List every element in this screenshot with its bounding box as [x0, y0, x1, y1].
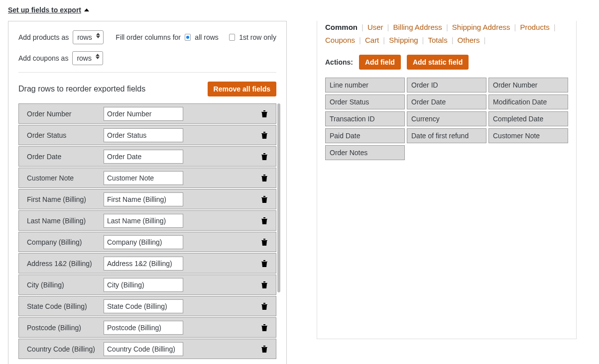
available-field[interactable]: Modification Date	[488, 94, 568, 109]
available-field[interactable]: Currency	[407, 111, 486, 126]
coupons-select[interactable]: rows	[72, 51, 103, 65]
tab-separator: |	[422, 34, 424, 47]
delete-icon[interactable]	[261, 238, 268, 246]
available-field[interactable]: Date of first refund	[407, 128, 486, 143]
field-row[interactable]: Order StatusOrder Status	[18, 125, 276, 145]
tab-separator: |	[484, 34, 486, 47]
tab-coupons[interactable]: Coupons	[325, 34, 355, 47]
tab-separator: |	[383, 34, 385, 47]
delete-icon[interactable]	[261, 195, 268, 203]
tab-user[interactable]: User	[367, 21, 383, 34]
available-fields-grid: Line numberOrder IDOrder NumberOrder Sta…	[325, 78, 568, 160]
available-field[interactable]: Order ID	[407, 78, 486, 92]
add-static-field-button[interactable]: Add static field	[407, 55, 469, 70]
add-field-button[interactable]: Add field	[359, 55, 401, 70]
available-field[interactable]: Order Date	[407, 94, 486, 109]
field-label: Order Date	[19, 153, 104, 161]
field-row[interactable]: City (Billing)City (Billing)	[18, 274, 276, 295]
tab-products[interactable]: Products	[520, 21, 549, 34]
radio-all-rows-label: all rows	[195, 33, 218, 41]
add-products-label: Add products as	[18, 33, 69, 41]
field-label: First Name (Billing)	[19, 195, 104, 203]
radio-first-row[interactable]	[229, 34, 235, 41]
available-field[interactable]: Customer Note	[488, 128, 568, 143]
available-field[interactable]: Order Notes	[325, 145, 405, 160]
tab-separator: |	[452, 34, 454, 47]
radio-all-rows[interactable]	[185, 34, 191, 41]
delete-icon[interactable]	[261, 217, 268, 225]
field-list: Order NumberOrder NumberOrder StatusOrde…	[18, 103, 276, 359]
field-value-input[interactable]: Last Name (Billing)	[104, 214, 183, 228]
tab-shipping[interactable]: Shipping	[389, 34, 418, 47]
delete-icon[interactable]	[261, 174, 268, 182]
field-value-input[interactable]: Customer Note	[104, 171, 183, 185]
tab-shipping-address[interactable]: Shipping Address	[452, 21, 510, 34]
field-label: Company (Billing)	[19, 238, 104, 246]
tab-others[interactable]: Others	[458, 34, 480, 47]
field-value-input[interactable]: State Code (Billing)	[104, 299, 183, 313]
delete-icon[interactable]	[261, 281, 268, 289]
field-row[interactable]: Country Code (Billing)Country Code (Bill…	[18, 339, 276, 359]
delete-icon[interactable]	[261, 110, 268, 118]
field-row[interactable]: Postcode (Billing)Postcode (Billing)	[18, 317, 276, 338]
field-row[interactable]: First Name (Billing)First Name (Billing)	[18, 189, 276, 209]
available-field[interactable]: Order Number	[488, 78, 568, 92]
field-label: Order Number	[19, 110, 104, 118]
field-label: Postcode (Billing)	[19, 324, 104, 332]
available-field[interactable]: Paid Date	[325, 128, 405, 143]
tab-separator: |	[446, 21, 448, 34]
available-field[interactable]: Order Status	[325, 94, 405, 109]
tab-totals[interactable]: Totals	[428, 34, 448, 47]
add-coupons-label: Add coupons as	[18, 54, 68, 62]
radio-first-row-label: 1st row only	[239, 33, 276, 41]
tab-separator: |	[361, 21, 363, 34]
field-label: Order Status	[19, 131, 104, 139]
delete-icon[interactable]	[261, 260, 268, 268]
field-value-input[interactable]: Order Date	[104, 150, 183, 164]
available-field[interactable]: Completed Date	[488, 111, 568, 126]
field-value-input[interactable]: Postcode (Billing)	[104, 321, 183, 335]
field-value-input[interactable]: Company (Billing)	[104, 235, 183, 249]
field-label: Country Code (Billing)	[19, 345, 104, 353]
actions-label: Actions:	[325, 58, 353, 66]
field-row[interactable]: Order NumberOrder Number	[18, 103, 276, 124]
delete-icon[interactable]	[261, 345, 268, 353]
collapse-icon	[84, 8, 89, 11]
field-value-input[interactable]: Order Status	[104, 128, 183, 142]
field-value-input[interactable]: City (Billing)	[104, 278, 183, 292]
field-row[interactable]: Company (Billing)Company (Billing)	[18, 232, 276, 252]
field-value-input[interactable]: Address 1&2 (Billing)	[104, 257, 183, 271]
tab-separator: |	[554, 21, 556, 34]
delete-icon[interactable]	[261, 302, 268, 310]
products-select[interactable]: rows	[73, 30, 104, 44]
section-toggle[interactable]: Set up fields to export	[8, 6, 89, 14]
delete-icon[interactable]	[261, 153, 268, 161]
tab-billing-address[interactable]: Billing Address	[393, 21, 442, 34]
field-label: Customer Note	[19, 174, 104, 182]
available-field[interactable]: Line number	[325, 78, 405, 92]
delete-icon[interactable]	[261, 324, 268, 332]
export-fields-panel: Add products as rows Fill order columns …	[8, 21, 287, 364]
tab-separator: |	[387, 21, 389, 34]
delete-icon[interactable]	[261, 131, 268, 139]
tab-common[interactable]: Common	[325, 21, 358, 34]
select-arrows-icon	[96, 54, 100, 59]
remove-all-button[interactable]: Remove all fields	[208, 82, 276, 96]
tab-separator: |	[514, 21, 516, 34]
field-tabs: Common|User|Billing Address|Shipping Add…	[325, 21, 568, 47]
available-field[interactable]: Transaction ID	[325, 111, 405, 126]
field-row[interactable]: Customer NoteCustomer Note	[18, 168, 276, 188]
field-row[interactable]: Order DateOrder Date	[18, 146, 276, 167]
field-row[interactable]: State Code (Billing)State Code (Billing)	[18, 296, 276, 316]
field-value-input[interactable]: Country Code (Billing)	[104, 342, 183, 356]
tab-separator: |	[359, 34, 361, 47]
field-label: Address 1&2 (Billing)	[19, 260, 104, 268]
field-row[interactable]: Last Name (Billing)Last Name (Billing)	[18, 210, 276, 231]
field-label: State Code (Billing)	[19, 302, 104, 310]
tab-cart[interactable]: Cart	[365, 34, 379, 47]
field-value-input[interactable]: Order Number	[104, 107, 183, 121]
field-value-input[interactable]: First Name (Billing)	[104, 192, 183, 206]
section-title-text: Set up fields to export	[8, 6, 81, 14]
scrollbar[interactable]	[277, 103, 280, 292]
field-row[interactable]: Address 1&2 (Billing)Address 1&2 (Billin…	[18, 253, 276, 273]
